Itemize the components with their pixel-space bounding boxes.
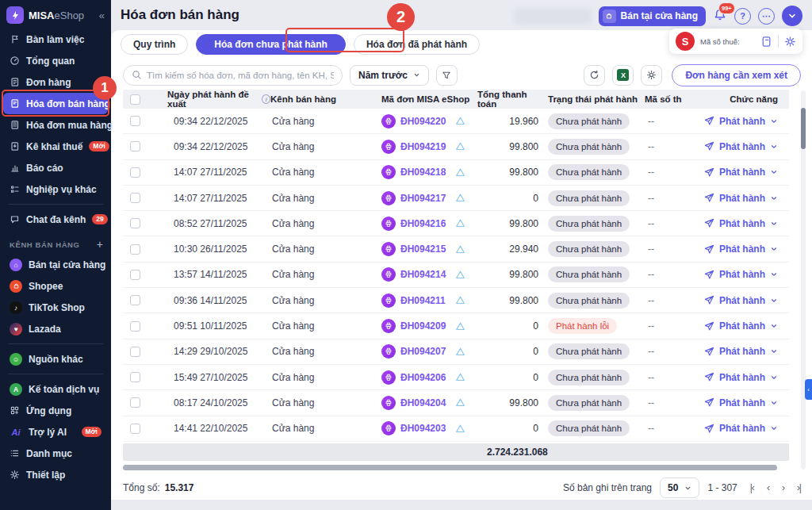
- row-checkbox[interactable]: [130, 218, 140, 228]
- issue-action-button[interactable]: Phát hành: [684, 320, 789, 332]
- search-box[interactable]: [123, 65, 343, 86]
- sidebar-channel-shopee[interactable]: Shopee: [3, 275, 108, 297]
- issue-action-button[interactable]: Phát hành: [684, 423, 789, 434]
- sidebar-channel-tiktok[interactable]: ♪ TikTok Shop: [3, 297, 108, 318]
- tab-unissued-invoices[interactable]: Hóa đơn chưa phát hành: [196, 34, 346, 55]
- table-row[interactable]: 15:49 27/10/2025 Cửa hàng ĐH094206 0 Chư…: [123, 365, 789, 390]
- sidebar-channel-store[interactable]: ⌂ Bán tại cửa hàng: [3, 254, 108, 275]
- horizontal-scrollbar[interactable]: [123, 465, 789, 470]
- order-code-link[interactable]: ĐH094218: [400, 167, 446, 178]
- row-checkbox[interactable]: [130, 295, 140, 305]
- warning-triangle-icon[interactable]: [455, 167, 465, 178]
- select-all-checkbox[interactable]: [130, 94, 140, 105]
- row-checkbox[interactable]: [130, 397, 140, 408]
- tab-issued-invoices[interactable]: Hóa đơn đã phát hành: [354, 34, 480, 55]
- sidebar-item-purchase-invoices[interactable]: Hóa đơn mua hàng: [3, 114, 108, 136]
- sidebar-item-other-operations[interactable]: Nghiệp vụ khác: [3, 178, 108, 200]
- row-checkbox[interactable]: [130, 167, 140, 178]
- vertical-scrollbar[interactable]: [801, 90, 806, 470]
- notifications-button[interactable]: 99+: [713, 8, 727, 25]
- order-code-link[interactable]: ĐH094207: [400, 346, 446, 357]
- last-page-button[interactable]: ›|: [797, 482, 801, 493]
- first-page-button[interactable]: |‹: [750, 482, 754, 493]
- warning-triangle-icon[interactable]: [455, 270, 465, 280]
- prev-page-button[interactable]: ‹: [767, 482, 769, 493]
- order-code-link[interactable]: ĐH094216: [400, 218, 446, 229]
- sidebar-collapse-button[interactable]: «: [99, 10, 105, 21]
- table-row[interactable]: 09:34 22/12/2025 Cửa hàng ĐH094219 99.80…: [123, 134, 789, 159]
- issue-action-button[interactable]: Phát hành: [684, 243, 789, 255]
- table-settings-button[interactable]: [641, 65, 662, 86]
- order-code-link[interactable]: ĐH094217: [400, 193, 446, 204]
- sidebar-item-categories[interactable]: Danh mục: [3, 443, 108, 464]
- warning-triangle-icon[interactable]: [455, 424, 465, 434]
- sidebar-item-sales-invoices[interactable]: Hóa đơn bán hàng: [3, 93, 108, 114]
- order-code-link[interactable]: ĐH094206: [400, 372, 446, 383]
- issue-action-button[interactable]: Phát hành: [684, 295, 789, 306]
- info-icon[interactable]: i: [262, 94, 270, 104]
- side-panel-toggle[interactable]: ‹: [805, 379, 812, 400]
- scrollbar-thumb[interactable]: [123, 465, 777, 470]
- issue-action-button[interactable]: Phát hành: [684, 346, 789, 357]
- order-code-link[interactable]: ĐH094215: [400, 243, 446, 255]
- orders-to-review-button[interactable]: Đơn hàng cần xem xét: [672, 64, 801, 86]
- help-button[interactable]: ?: [734, 8, 751, 25]
- issue-action-button[interactable]: Phát hành: [684, 218, 789, 229]
- order-code-link[interactable]: ĐH094219: [400, 141, 446, 152]
- table-row[interactable]: 08:52 27/11/2025 Cửa hàng ĐH094216 99.80…: [123, 211, 789, 236]
- order-code-link[interactable]: ĐH094209: [400, 320, 446, 332]
- issue-action-button[interactable]: Phát hành: [684, 397, 789, 408]
- table-row[interactable]: 14:29 29/10/2025 Cửa hàng ĐH094207 0 Chư…: [123, 339, 789, 365]
- warning-triangle-icon[interactable]: [455, 218, 465, 228]
- issue-action-button[interactable]: Phát hành: [684, 372, 789, 383]
- sidebar-item-settings[interactable]: Thiết lập: [3, 464, 108, 485]
- table-row[interactable]: 13:57 14/11/2025 Cửa hàng ĐH094214 99.80…: [123, 263, 789, 288]
- order-code-link[interactable]: ĐH094220: [400, 116, 446, 127]
- per-page-dropdown[interactable]: 50: [660, 477, 699, 498]
- filter-button[interactable]: [436, 65, 458, 86]
- warning-triangle-icon[interactable]: [455, 193, 465, 203]
- row-checkbox[interactable]: [130, 141, 140, 151]
- sidebar-item-apps[interactable]: Ứng dụng: [3, 400, 108, 421]
- store-mode-button[interactable]: Bán tại cửa hàng: [599, 6, 706, 26]
- row-checkbox[interactable]: [130, 372, 140, 382]
- row-checkbox[interactable]: [130, 424, 140, 434]
- sidebar-channel-lazada[interactable]: ♥ Lazada: [3, 318, 108, 339]
- order-code-link[interactable]: ĐH094204: [400, 397, 446, 408]
- warning-triangle-icon[interactable]: [455, 295, 465, 305]
- sidebar-item-accounting-service[interactable]: A Kế toán dịch vụ: [3, 378, 108, 400]
- sidebar-item-ai-assistant[interactable]: Ai Trợ lý AI Mới: [3, 421, 108, 443]
- issue-action-button[interactable]: Phát hành: [684, 116, 789, 127]
- row-checkbox[interactable]: [130, 270, 140, 280]
- add-channel-button[interactable]: +: [97, 238, 103, 251]
- warning-triangle-icon[interactable]: [455, 347, 465, 357]
- issue-action-button[interactable]: Phát hành: [684, 193, 789, 204]
- search-input[interactable]: [147, 71, 334, 80]
- issue-action-button[interactable]: Phát hành: [684, 141, 789, 152]
- more-options-button[interactable]: ⋯: [758, 8, 775, 25]
- warning-triangle-icon[interactable]: [455, 116, 465, 126]
- refresh-button[interactable]: [584, 65, 605, 86]
- scrollbar-thumb[interactable]: [801, 108, 806, 149]
- table-row[interactable]: 10:30 26/11/2025 Cửa hàng ĐH094215 29.94…: [123, 236, 789, 262]
- order-code-link[interactable]: ĐH094214: [400, 269, 446, 280]
- table-row[interactable]: 09:51 10/11/2025 Cửa hàng ĐH094209 0 Phá…: [123, 313, 789, 339]
- order-code-link[interactable]: ĐH094203: [400, 423, 446, 434]
- row-checkbox[interactable]: [130, 244, 140, 255]
- document-icon[interactable]: [760, 36, 772, 48]
- warning-triangle-icon[interactable]: [455, 321, 465, 332]
- sidebar-item-workspace[interactable]: Bàn làm việc: [3, 29, 108, 50]
- export-excel-button[interactable]: X: [612, 65, 634, 86]
- warning-triangle-icon[interactable]: [455, 372, 465, 382]
- table-row[interactable]: 14:41 22/10/2025 Cửa hàng ĐH094203 0 Chư…: [123, 416, 789, 442]
- warning-triangle-icon[interactable]: [455, 397, 465, 408]
- table-row[interactable]: 09:36 14/11/2025 Cửa hàng ĐH094211 99.80…: [123, 288, 789, 313]
- table-row[interactable]: 14:07 27/11/2025 Cửa hàng ĐH094218 99.80…: [123, 160, 789, 186]
- issue-action-button[interactable]: Phát hành: [684, 269, 789, 280]
- account-menu-button[interactable]: [782, 6, 802, 26]
- row-checkbox[interactable]: [130, 347, 140, 357]
- gear-icon[interactable]: [784, 36, 796, 48]
- issue-action-button[interactable]: Phát hành: [684, 167, 789, 178]
- period-filter-dropdown[interactable]: Năm trước: [350, 65, 429, 86]
- warning-triangle-icon[interactable]: [455, 141, 465, 151]
